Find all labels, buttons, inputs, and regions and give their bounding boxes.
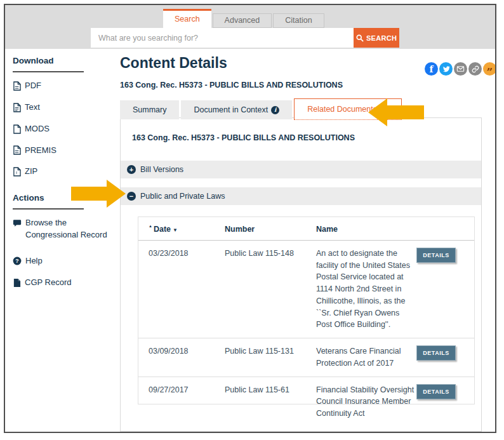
cell-number: Public Law 115-148: [225, 248, 316, 331]
table-row: 09/27/2017 Public Law 115-61 Financial S…: [138, 377, 474, 427]
table-header-name[interactable]: Name: [316, 223, 416, 236]
related-documents-panel: 163 Cong. Rec. H5373 - PUBLIC BILLS AND …: [120, 117, 482, 432]
cell-number: Public Law 115-131: [225, 345, 316, 370]
accordion-label: Bill Versions: [140, 165, 183, 174]
sidebar: Download PDF Text MODS PREMIS ZIP Action…: [13, 56, 114, 298]
sidebar-item-help[interactable]: ? Help: [13, 255, 114, 267]
email-icon[interactable]: [454, 62, 467, 76]
header-label: Date: [154, 225, 171, 234]
tab-label: Summary: [133, 105, 166, 114]
cell-date: 03/23/2018: [149, 248, 225, 331]
search-button-label: SEARCH: [366, 34, 397, 42]
plus-icon: +: [127, 165, 136, 174]
tab-citation[interactable]: Citation: [273, 13, 324, 28]
table-row: 03/23/2018 Public Law 115-148 An act to …: [138, 241, 474, 338]
sidebar-item-text[interactable]: Text: [13, 102, 114, 114]
document-icon: [13, 278, 21, 288]
table-header-number[interactable]: Number: [225, 223, 316, 236]
text-file-icon: [13, 103, 21, 112]
top-search-bar: Search Advanced Citation SEARCH: [5, 5, 495, 49]
sidebar-item-premis[interactable]: PREMIS: [13, 145, 114, 157]
top-tab-bar: Search Advanced Citation: [163, 5, 326, 28]
sidebar-item-label: PREMIS: [25, 145, 56, 157]
sort-asc-icon: ▲: [149, 224, 152, 228]
related-laws-table: ▲Date▼ Number Name 03/23/2018 Public Law…: [138, 217, 475, 404]
minus-icon: −: [127, 192, 136, 201]
sidebar-item-label: MODS: [25, 123, 50, 135]
details-button[interactable]: DETAILS: [416, 248, 456, 263]
arrow-right-icon: [107, 180, 126, 208]
accordion-public-private-laws[interactable]: − Public and Private Laws: [121, 187, 481, 205]
premis-file-icon: [13, 145, 21, 155]
sidebar-item-label: Help: [25, 255, 43, 267]
download-heading: Download: [13, 56, 84, 72]
mods-file-icon: [13, 124, 21, 134]
table-header-date[interactable]: ▲Date▼: [149, 223, 225, 236]
details-button[interactable]: DETAILS: [416, 384, 456, 399]
sort-desc-icon: ▼: [173, 227, 178, 233]
cell-name: Veterans Care Financial Protection Act o…: [316, 345, 416, 370]
search-input[interactable]: [91, 28, 354, 48]
sidebar-item-label: PDF: [25, 80, 41, 92]
svg-text:?: ?: [15, 258, 18, 264]
comment-icon: [13, 219, 22, 227]
tab-label: Document in Context: [194, 105, 268, 114]
facebook-icon[interactable]: f: [425, 62, 438, 76]
window-frame: Search Advanced Citation SEARCH Download…: [4, 4, 496, 433]
twitter-icon[interactable]: [439, 62, 453, 76]
quote-icon[interactable]: ”: [483, 62, 496, 76]
cell-name: Financial Stability Oversight Council In…: [316, 384, 416, 420]
sidebar-item-label: Text: [25, 102, 40, 114]
pdf-file-icon: [13, 81, 21, 91]
cell-name: An act to designate the facility of the …: [316, 248, 416, 331]
accordion-label: Public and Private Laws: [140, 192, 225, 201]
info-icon: i: [271, 106, 279, 114]
help-icon: ?: [13, 257, 22, 265]
search-row: SEARCH: [91, 28, 399, 48]
sidebar-item-browse-congressional-record[interactable]: Browse the Congressional Record: [13, 217, 108, 241]
tab-search[interactable]: Search: [163, 9, 211, 28]
sidebar-item-label: Browse the Congressional Record: [25, 217, 108, 241]
tab-summary[interactable]: Summary: [120, 100, 179, 119]
sidebar-item-mods[interactable]: MODS: [13, 123, 114, 135]
page-title: Content Details: [120, 55, 227, 72]
highlight-arrow-related-documents: [368, 98, 425, 126]
panel-heading: 163 Cong. Rec. H5373 - PUBLIC BILLS AND …: [132, 133, 355, 142]
details-button[interactable]: DETAILS: [416, 345, 456, 361]
cell-date: 03/09/2018: [149, 345, 225, 370]
sidebar-item-label: CGP Record: [25, 277, 71, 289]
sidebar-item-zip[interactable]: ZIP: [13, 166, 114, 178]
tab-document-in-context[interactable]: Document in Context i: [181, 100, 292, 119]
tab-advanced[interactable]: Advanced: [213, 13, 272, 28]
highlight-arrow-public-private-laws: [71, 180, 128, 208]
search-icon: [356, 34, 364, 42]
accordion-bill-versions[interactable]: + Bill Versions: [121, 161, 481, 178]
table-header-row: ▲Date▼ Number Name: [138, 217, 474, 241]
tab-label: Related Documents: [307, 105, 377, 114]
sidebar-item-cgp-record[interactable]: CGP Record: [13, 277, 114, 289]
sidebar-item-pdf[interactable]: PDF: [13, 80, 114, 92]
document-subtitle: 163 Cong. Rec. H5373 - PUBLIC BILLS AND …: [120, 81, 343, 90]
content-tab-bar: Summary Document in Context i Related Do…: [120, 98, 404, 119]
table-row: 03/09/2018 Public Law 115-131 Veterans C…: [138, 338, 474, 377]
link-icon[interactable]: [468, 62, 482, 76]
search-button[interactable]: SEARCH: [354, 28, 399, 48]
arrow-left-icon: [368, 98, 387, 126]
zip-file-icon: [13, 167, 21, 177]
cell-number: Public Law 115-61: [225, 384, 316, 420]
sidebar-item-label: ZIP: [25, 166, 37, 178]
social-share-bar: f ”: [425, 62, 496, 76]
cell-date: 09/27/2017: [149, 384, 225, 420]
